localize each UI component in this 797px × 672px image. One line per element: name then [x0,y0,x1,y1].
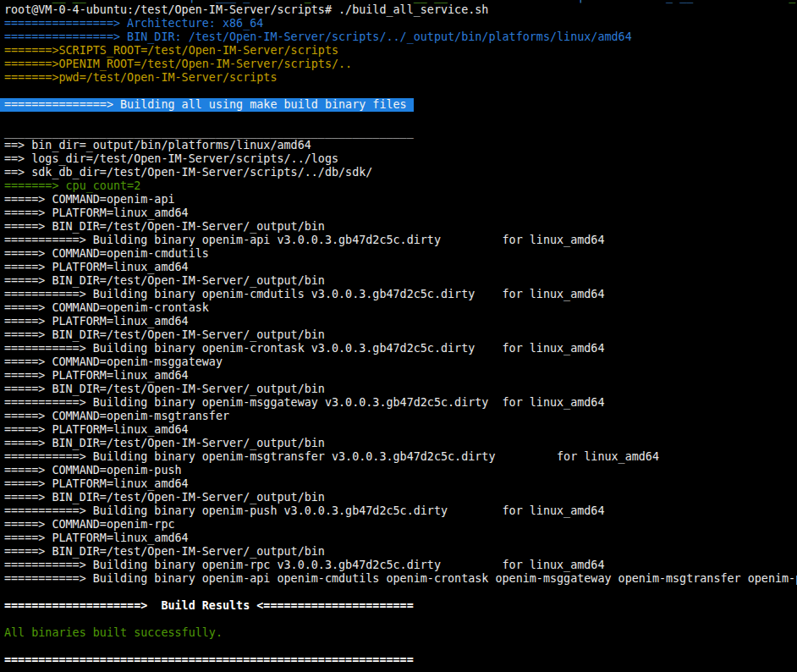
text-segment [250,0,305,3]
text-segment: ==> logs_dir=/test/Open-IM-Server/script… [4,152,338,165]
text-segment: =====> COMMAND=openim-rpc [4,518,175,531]
text-segment: =====> BIN_DIR=/test/Open-IM-Server/_out… [4,328,325,341]
terminal-line-38: ===========> Building binary openim-push… [0,504,797,518]
text-segment: _ [789,0,795,3]
text-segment [195,0,216,3]
terminal-line-12: ==> logs_dir=/test/Open-IM-Server/script… [0,152,797,166]
terminal-line-19: =====> COMMAND=openim-cmdutils [0,247,797,261]
terminal-line-39: =====> COMMAND=openim-rpc [0,518,797,532]
text-segment: ===========> Building binary openim-msgt… [4,450,659,463]
text-segment: =====> COMMAND=openim-crontask [4,301,209,314]
terminal-line-30: ===========> Building binary openim-msgg… [0,396,797,410]
text-segment: __ __ [414,0,448,3]
terminal-line-23: =====> COMMAND=openim-crontask [0,301,797,315]
terminal-line-29: =====> BIN_DIR=/test/Open-IM-Server/_out… [0,383,797,396]
text-segment: =====> PLATFORM=linux_amd64 [4,423,189,436]
terminal-line-17: =====> BIN_DIR=/test/Open-IM-Server/_out… [0,220,797,234]
terminal[interactable]: __ __ | ___ _ _ __ __ | _ __ _root@VM-0-… [0,0,797,672]
terminal-line-8: ===============> Building all using make… [0,98,414,112]
terminal-line-2: ================> Architecture: x86_64 [0,17,797,30]
text-segment: =====> PLATFORM=linux_amd64 [4,477,189,490]
terminal-line-28: =====> PLATFORM=linux_amd64 [0,369,797,383]
terminal-line-27: =====> COMMAND=openim-msggateway [0,355,797,369]
text-segment [584,0,666,3]
terminal-line-14: =======> cpu_count=2 [0,179,797,193]
text-segment: ================> Architecture: x86_64 [4,17,263,30]
terminal-line-42: ===========> Building binary openim-rpc … [0,559,797,572]
text-segment: ________________________________________… [4,125,414,138]
terminal-line-10: ________________________________________… [0,125,797,139]
text-segment: =====> COMMAND=openim-msgtransfer [4,410,229,422]
terminal-line-46 [0,613,797,626]
text-segment: ========================================… [4,653,414,666]
terminal-line-21: =====> BIN_DIR=/test/Open-IM-Server/_out… [0,274,797,288]
text-segment [86,0,189,3]
text-segment: =====> BIN_DIR=/test/Open-IM-Server/_out… [4,545,325,558]
text-segment: =======> cpu_count=2 [4,179,140,192]
terminal-line-47: All binaries built successfully. [0,626,797,640]
text-segment [693,0,789,3]
text-segment: ===============> Building all using make… [4,98,414,111]
text-segment: All binaries built successfully. [4,626,223,639]
terminal-line-5: =======>OPENIM_ROOT=/test/Open-IM-Server… [0,58,797,71]
text-segment: ===========> Building binary openim-cron… [4,342,604,355]
text-segment: =====> PLATFORM=linux_amd64 [4,532,189,544]
text-segment: ==> bin_dir=_output/bin/platforms/linux/… [4,139,311,151]
terminal-line-35: =====> COMMAND=openim-push [0,464,797,477]
text-segment: =====> PLATFORM=linux_amd64 [4,261,189,273]
text-segment: ===========> Building binary openim-cmdu… [4,288,604,300]
terminal-line-7 [0,85,797,98]
terminal-line-40: =====> PLATFORM=linux_amd64 [0,532,797,545]
terminal-line-4: =======>SCRIPTS_ROOT=/test/Open-IM-Serve… [0,44,797,58]
text-segment: ================> BIN_DIR: /test/Open-IM… [4,30,632,43]
terminal-line-45: ====================> Build Results <===… [0,599,797,613]
text-segment: =====> BIN_DIR=/test/Open-IM-Server/_out… [4,274,325,287]
terminal-line-1: root@VM-0-4-ubuntu:/test/Open-IM-Server/… [0,3,797,17]
terminal-line-32: =====> PLATFORM=linux_amd64 [0,423,797,437]
text-segment [311,0,414,3]
text-segment: ===========> Building binary openim-api … [4,234,604,246]
terminal-line-25: =====> BIN_DIR=/test/Open-IM-Server/_out… [0,328,797,342]
text-segment: _ __ [666,0,693,3]
text-segment: =======>pwd=/test/Open-IM-Server/scripts [4,71,277,84]
text-segment: =====> BIN_DIR=/test/Open-IM-Server/_out… [4,220,325,233]
terminal-line-41: =====> BIN_DIR=/test/Open-IM-Server/_out… [0,545,797,559]
text-segment: =====> COMMAND=openim-cmdutils [4,247,209,260]
text-segment: | [189,0,195,3]
text-segment: ___ _ [216,0,250,3]
terminal-line-44 [0,586,797,599]
text-segment: =======>OPENIM_ROOT=/test/Open-IM-Server… [4,58,352,70]
text-segment: _ [305,0,311,3]
terminal-line-26: ===========> Building binary openim-cron… [0,342,797,355]
terminal-line-18: ===========> Building binary openim-api … [0,234,797,247]
text-segment [448,0,577,3]
terminal-line-33: =====> BIN_DIR=/test/Open-IM-Server/_out… [0,437,797,450]
text-segment: =====> BIN_DIR=/test/Open-IM-Server/_out… [4,491,325,504]
text-segment: =======>SCRIPTS_ROOT=/test/Open-IM-Serve… [4,44,338,57]
terminal-line-20: =====> PLATFORM=linux_amd64 [0,261,797,274]
text-segment: ===========> Building binary openim-rpc … [4,559,604,571]
terminal-line-13: ==> sdk_db_dir=/test/Open-IM-Server/scri… [0,166,797,179]
text-segment: =====> BIN_DIR=/test/Open-IM-Server/_out… [4,437,325,449]
terminal-line-31: =====> COMMAND=openim-msgtransfer [0,410,797,423]
text-segment: =====> COMMAND=openim-api [4,193,175,206]
text-segment: =====> COMMAND=openim-push [4,464,182,476]
text-segment: =====> COMMAND=openim-msggateway [4,355,223,368]
text-segment: root@VM-0-4-ubuntu:/test/Open-IM-Server/… [4,3,488,16]
text-segment: =====> BIN_DIR=/test/Open-IM-Server/_out… [4,383,325,395]
terminal-line-37: =====> BIN_DIR=/test/Open-IM-Server/_out… [0,491,797,504]
text-segment [4,0,52,3]
text-segment: __ __ [52,0,85,3]
text-segment: =====> PLATFORM=linux_amd64 [4,369,189,382]
text-segment: =====> PLATFORM=linux_amd64 [4,315,189,328]
terminal-line-6: =======>pwd=/test/Open-IM-Server/scripts [0,71,797,85]
text-segment: ===========> Building binary openim-push… [4,504,604,517]
terminal-line-22: ===========> Building binary openim-cmdu… [0,288,797,301]
terminal-line-49: ========================================… [0,653,797,667]
terminal-line-24: =====> PLATFORM=linux_amd64 [0,315,797,328]
text-segment: ===========> Building binary openim-api … [4,572,797,585]
terminal-line-11: ==> bin_dir=_output/bin/platforms/linux/… [0,139,797,152]
text-segment: ====================> Build Results <===… [4,599,414,612]
terminal-line-48 [0,640,797,653]
terminal-line-9 [0,112,797,125]
